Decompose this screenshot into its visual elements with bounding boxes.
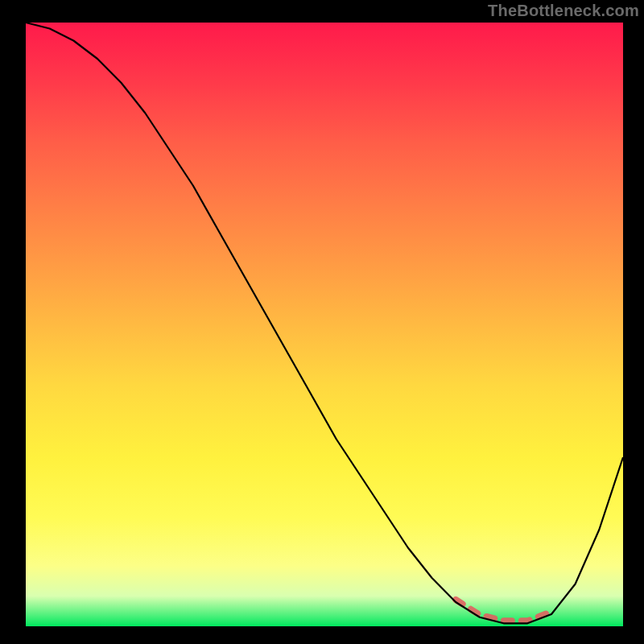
chart-overlay-svg xyxy=(0,0,644,644)
watermark-text: TheBottleneck.com xyxy=(488,2,639,20)
chart-container: TheBottleneck.com xyxy=(0,0,644,644)
bottleneck-curve-line xyxy=(26,23,623,623)
